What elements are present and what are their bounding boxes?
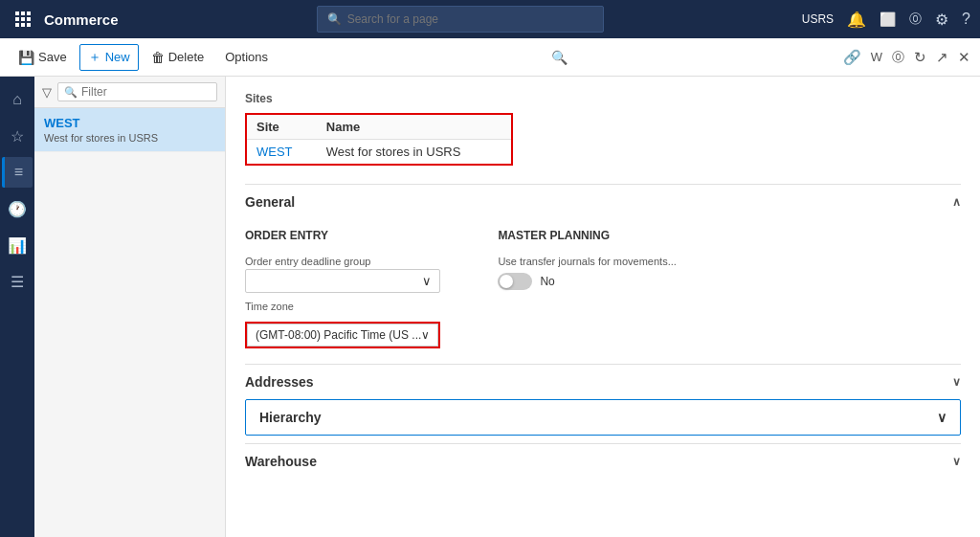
side-icon-bar: ⌂ ☆ ≡ 🕐 📊 ☰ [0,77,34,537]
transfer-label: Use transfer journals for movements... [498,256,676,267]
filter-input[interactable] [81,85,211,99]
office-logo-icon[interactable]: W [871,50,882,64]
filter-icon: ▽ [42,85,52,100]
search-icon[interactable]: 🔍 [551,50,568,65]
chevron-down-icon: ∨ [422,274,432,288]
refresh-icon[interactable]: ↻ [914,49,926,66]
order-entry-group: ORDER ENTRY Order entry deadline group ∨… [245,229,440,348]
filter-input-wrapper[interactable]: 🔍 [57,82,217,101]
options-button[interactable]: Options [216,45,277,69]
name-col-header: Name [317,115,511,140]
sites-table-wrapper: Site Name WEST West for stores in USRS [245,113,513,166]
top-nav: Commerce 🔍 USRS 🔔 ⬜ ⓪ ⚙ ? [0,0,980,38]
timezone-field: Time zone (GMT-08:00) Pacific Time (US .… [245,301,440,348]
sidebar-icon-clock[interactable]: 🕐 [2,193,33,224]
site-col-header: Site [247,115,317,140]
chevron-up-icon: ∧ [952,195,961,209]
addresses-section: Addresses ∨ [245,364,961,399]
warehouse-section-header[interactable]: Warehouse ∨ [245,444,961,479]
svg-rect-0 [15,11,19,15]
sidebar-icon-star[interactable]: ☆ [2,121,33,151]
svg-rect-6 [15,23,19,27]
plus-icon: ＋ [88,49,101,66]
general-section-label: General [245,194,295,210]
addresses-section-header[interactable]: Addresses ∨ [245,365,961,399]
link-icon[interactable]: 🔗 [843,49,861,66]
waffle-icon[interactable] [10,6,36,33]
general-section-header[interactable]: General ∧ [245,185,961,219]
warehouse-label: Warehouse [245,454,317,469]
general-two-col: ORDER ENTRY Order entry deadline group ∨… [245,229,961,348]
svg-rect-2 [27,11,31,15]
main-layout: ⌂ ☆ ≡ 🕐 📊 ☰ ▽ 🔍 WEST West for stores in … [0,77,980,537]
open-new-icon[interactable]: ↗ [936,49,948,66]
chevron-down-icon: ∨ [937,410,947,425]
timezone-select[interactable]: (GMT-08:00) Pacific Time (US ... ∨ [247,324,438,347]
master-planning-heading: MASTER PLANNING [498,229,676,242]
office-icon[interactable]: ⬜ [880,11,896,27]
addresses-label: Addresses [245,374,314,390]
badge-icon[interactable]: ⓪ [909,11,922,28]
hierarchy-label: Hierarchy [259,410,322,425]
general-section: General ∧ ORDER ENTRY Order entry deadli… [245,184,961,364]
deadline-dropdown[interactable]: ∨ [245,269,440,293]
new-button[interactable]: ＋ New [79,44,139,71]
item-title: WEST [44,116,215,130]
toggle-value: No [540,275,554,288]
search-input[interactable] [347,12,593,26]
svg-rect-8 [27,23,31,27]
table-row[interactable]: WEST West for stores in USRS [247,140,511,165]
app-title: Commerce [44,11,128,28]
name-cell: West for stores in USRS [317,140,511,165]
transfer-journals-field: Use transfer journals for movements... N… [498,256,676,290]
global-search[interactable]: 🔍 [317,6,604,33]
chevron-down-icon: ∨ [952,455,961,468]
master-planning-group: MASTER PLANNING Use transfer journals fo… [498,229,676,348]
svg-rect-4 [21,17,25,21]
notification-badge-icon[interactable]: ⓪ [892,49,904,66]
hierarchy-section-header[interactable]: Hierarchy ∨ [246,400,960,435]
right-content: Sites Site Name WEST West for stores in … [226,77,980,537]
toggle-switch-row: No [498,273,676,290]
sidebar-icon-list[interactable]: ≡ [2,157,33,188]
sites-table: Site Name WEST West for stores in USRS [247,115,511,164]
site-cell: WEST [247,140,317,165]
chevron-down-icon: ∨ [421,328,430,342]
sidebar-icon-lines[interactable]: ☰ [2,266,33,297]
toggle-knob [500,275,513,288]
top-nav-right: USRS 🔔 ⬜ ⓪ ⚙ ? [792,11,970,29]
sidebar-icon-home[interactable]: ⌂ [2,84,33,115]
svg-rect-1 [21,11,25,15]
svg-rect-3 [15,17,19,21]
sidebar-icon-chart[interactable]: 📊 [2,230,33,260]
help-icon[interactable]: ? [962,11,970,28]
hierarchy-section: Hierarchy ∨ [245,399,961,436]
username: USRS [802,12,834,26]
left-panel-list: WEST West for stores in USRS [34,108,225,537]
timezone-wrapper: (GMT-08:00) Pacific Time (US ... ∨ [245,322,440,348]
filter-search-icon: 🔍 [64,86,78,99]
list-item[interactable]: WEST West for stores in USRS [34,108,225,152]
order-deadline-label: Order entry deadline group ∨ [245,256,440,293]
filter-row: ▽ 🔍 [34,77,225,108]
close-icon[interactable]: ✕ [958,49,970,66]
svg-rect-5 [27,17,31,21]
item-subtitle: West for stores in USRS [44,132,215,144]
svg-rect-7 [21,23,25,27]
bell-icon[interactable]: 🔔 [847,11,866,29]
toolbar-search[interactable]: 🔍 [551,50,568,65]
delete-icon: 🗑 [151,50,165,65]
save-button[interactable]: 💾 Save [10,45,76,70]
order-entry-heading: ORDER ENTRY [245,229,440,242]
sites-section-label: Sites [245,92,961,105]
save-icon: 💾 [18,50,34,65]
transfer-toggle[interactable] [498,273,532,290]
settings-icon[interactable]: ⚙ [935,11,948,29]
toolbar: 💾 Save ＋ New 🗑 Delete Options 🔍 🔗 W ⓪ ↻ … [0,38,980,77]
chevron-down-icon: ∨ [952,375,961,389]
left-panel: ▽ 🔍 WEST West for stores in USRS [34,77,226,537]
warehouse-section: Warehouse ∨ [245,443,961,479]
delete-button[interactable]: 🗑 Delete [143,45,213,70]
general-section-body: ORDER ENTRY Order entry deadline group ∨… [245,219,961,364]
